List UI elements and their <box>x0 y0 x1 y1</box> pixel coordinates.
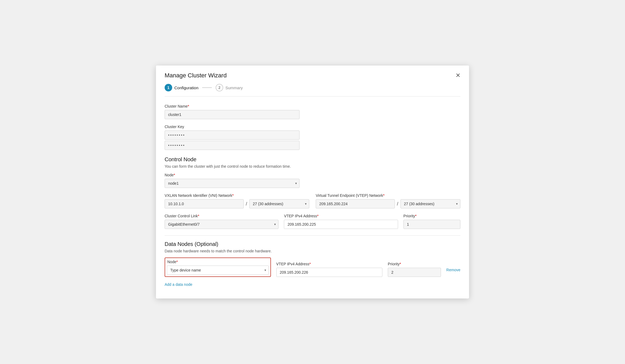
vtep-network-field: Virtual Tunnel Endpoint (VTEP) Network* … <box>316 193 460 208</box>
data-nodes-section: Data Nodes (Optional) Data node hardware… <box>165 235 460 288</box>
vni-slash: / <box>246 201 247 207</box>
dialog-title: Manage Cluster Wizard <box>165 72 460 79</box>
step-1: 1 Configuration <box>165 84 198 91</box>
vtep-network-slash: / <box>397 201 398 207</box>
data-node-node-field: Node* Type device name node2 node3 ▾ <box>165 257 271 277</box>
vtep-network-row: / 27 (30 addresses) 24 (254 addresses) 2… <box>316 199 460 208</box>
node-select-row: Node* node1 node2 node3 ▾ <box>165 173 300 188</box>
ccl-select[interactable]: GigabitEthernet0/7 GigabitEthernet0/0 Gi… <box>165 220 278 229</box>
manage-cluster-wizard-dialog: Manage Cluster Wizard ✕ 1 Configuration … <box>156 66 469 298</box>
vni-prefix-select[interactable]: 27 (30 addresses) 24 (254 addresses) 28 … <box>249 199 309 208</box>
remove-button[interactable]: Remove <box>446 266 460 274</box>
cluster-key-input1[interactable] <box>165 131 300 140</box>
vni-ip-input[interactable] <box>165 199 244 208</box>
data-node-vtep-label: VTEP IPv4 Address* <box>276 262 383 266</box>
data-node-label: Node* <box>167 260 269 264</box>
vni-vtep-grid: VXLAN Network Identifier (VNI) Network* … <box>165 193 460 208</box>
ccl-select-wrapper: GigabitEthernet0/7 GigabitEthernet0/0 Gi… <box>165 220 278 229</box>
cluster-key-input2[interactable] <box>165 141 300 150</box>
vni-prefix-wrapper: 27 (30 addresses) 24 (254 addresses) 28 … <box>249 199 309 208</box>
ccl-label: Cluster Control Link* <box>165 214 278 218</box>
vtep-ipv4-field: VTEP IPv4 Address* <box>284 214 398 229</box>
ccl-vtep-priority-grid: Cluster Control Link* GigabitEthernet0/7… <box>165 214 460 229</box>
cluster-key-row1 <box>165 131 300 140</box>
step-1-circle: 1 <box>165 84 172 91</box>
data-node-vtep-input[interactable] <box>276 268 383 277</box>
vni-label: VXLAN Network Identifier (VNI) Network* <box>165 193 309 198</box>
data-node-priority-label: Priority* <box>388 262 441 266</box>
vtep-prefix-wrapper: 27 (30 addresses) 24 (254 addresses) 28 … <box>400 199 460 208</box>
vtep-ipv4-input[interactable] <box>284 220 398 229</box>
cluster-key-label: Cluster Key <box>165 125 460 129</box>
wizard-steps: 1 Configuration 2 Summary <box>165 84 460 97</box>
priority-label: Priority* <box>403 214 460 218</box>
vtep-ipv4-label: VTEP IPv4 Address* <box>284 214 398 218</box>
cluster-name-section: Cluster Name* <box>165 104 300 119</box>
cluster-key-row2 <box>165 141 300 150</box>
ccl-field: Cluster Control Link* GigabitEthernet0/7… <box>165 214 278 229</box>
data-node-vtep-field: VTEP IPv4 Address* <box>276 262 383 277</box>
control-node-section: Control Node You can form the cluster wi… <box>165 156 460 229</box>
step-separator <box>202 87 212 88</box>
add-data-node-button[interactable]: Add a data node <box>165 281 192 288</box>
node-label: Node* <box>165 173 300 177</box>
priority-input[interactable] <box>403 220 460 229</box>
step-2-label: Summary <box>225 85 243 90</box>
vtep-prefix-select[interactable]: 27 (30 addresses) 24 (254 addresses) 28 … <box>400 199 460 208</box>
data-nodes-title: Data Nodes (Optional) <box>165 241 460 247</box>
data-nodes-desc: Data node hardware needs to match the co… <box>165 249 460 253</box>
priority-field: Priority* <box>403 214 460 229</box>
step-2-circle: 2 <box>216 84 223 91</box>
control-node-title: Control Node <box>165 156 460 163</box>
cluster-name-label: Cluster Name* <box>165 104 300 108</box>
data-node-select[interactable]: Type device name node2 node3 <box>167 266 269 275</box>
vni-network-field: VXLAN Network Identifier (VNI) Network* … <box>165 193 309 208</box>
dialog-body: Cluster Name* Cluster Key Control Node Y… <box>156 97 469 288</box>
vni-network-row: / 27 (30 addresses) 24 (254 addresses) 2… <box>165 199 309 208</box>
dialog-header: Manage Cluster Wizard ✕ 1 Configuration … <box>156 66 469 97</box>
step-2: 2 Summary <box>216 84 243 91</box>
cluster-key-section: Cluster Key <box>165 125 460 150</box>
vtep-network-ip-input[interactable] <box>316 199 395 208</box>
vtep-network-label: Virtual Tunnel Endpoint (VTEP) Network* <box>316 193 460 198</box>
step-1-label: Configuration <box>174 85 198 90</box>
data-node-priority-input[interactable] <box>388 268 441 277</box>
close-button[interactable]: ✕ <box>454 71 461 80</box>
data-node-select-wrapper: Type device name node2 node3 ▾ <box>167 266 269 275</box>
control-node-desc: You can form the cluster with just the c… <box>165 164 460 169</box>
cluster-name-input[interactable] <box>165 110 300 119</box>
data-node-row-1: Node* Type device name node2 node3 ▾ <box>165 257 460 277</box>
data-node-priority-field: Priority* <box>388 262 441 277</box>
node-select-wrapper: node1 node2 node3 ▾ <box>165 179 300 188</box>
node-select[interactable]: node1 node2 node3 <box>165 179 300 188</box>
